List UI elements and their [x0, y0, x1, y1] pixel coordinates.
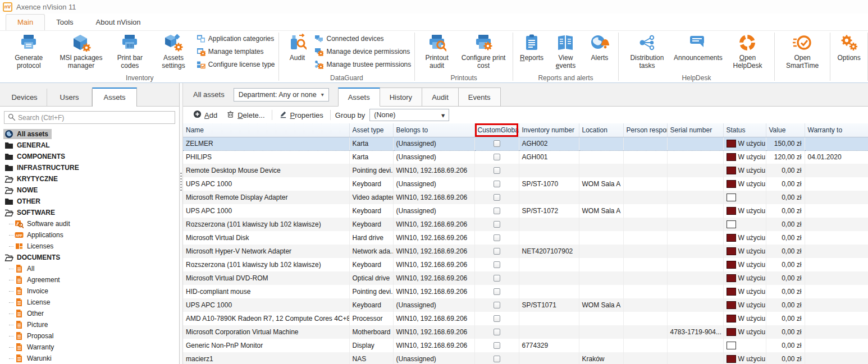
department-filter-dropdown[interactable]: Department: Any or none ▾	[234, 88, 329, 102]
table-row[interactable]: ZELMERKarta(Unassigned)AGH002W użyciu150…	[183, 137, 868, 150]
table-row[interactable]: UPS APC 1000Keyboard(Unassigned)SP/ST-10…	[183, 204, 868, 218]
customglobal-checkbox[interactable]	[494, 302, 500, 308]
ribbon-button-audit[interactable]: Audit	[281, 32, 313, 63]
ribbon-button-manage-templates[interactable]: Manage templates	[197, 47, 275, 56]
tab-events[interactable]: Events	[459, 87, 501, 107]
table-row[interactable]: Rozszerzona (101 klawiszy lub 102 klawis…	[183, 218, 868, 231]
sidebar-item-license[interactable]: License	[0, 297, 179, 308]
sidebar-tab-assets[interactable]: Assets	[92, 87, 137, 107]
sidebar-item-software[interactable]: SOFTWARE	[0, 207, 179, 218]
customglobal-checkbox[interactable]	[494, 248, 500, 255]
tab-audit[interactable]: Audit	[422, 87, 459, 107]
customglobal-checkbox[interactable]	[494, 221, 500, 228]
sidebar-item-picture[interactable]: Picture	[0, 319, 179, 330]
sidebar-item-other[interactable]: Other	[0, 308, 179, 319]
customglobal-checkbox[interactable]	[494, 167, 500, 174]
customglobal-checkbox[interactable]	[494, 275, 500, 282]
ribbon-button-application-categories[interactable]: Application categories	[197, 34, 275, 43]
table-row[interactable]: Microsoft Remote Display AdapterVideo ad…	[183, 191, 868, 204]
ribbon-button-distribution-tasks[interactable]: Distribution tasks	[621, 32, 673, 71]
column-header-asset-type[interactable]: Asset type	[349, 123, 393, 137]
menu-tab-main[interactable]: Main	[6, 14, 45, 30]
customglobal-checkbox[interactable]	[494, 234, 500, 241]
sidebar-item-other[interactable]: OTHER	[0, 196, 179, 207]
ribbon-button-configure-print-cost[interactable]: Configure print cost	[456, 32, 510, 71]
ribbon-button-reports[interactable]: Reports	[515, 32, 548, 63]
ribbon-button-configure-license-type[interactable]: Configure license type	[197, 60, 275, 69]
sidebar-item-warranty[interactable]: Warranty	[0, 342, 179, 353]
customglobal-checkbox[interactable]	[494, 181, 500, 187]
table-row[interactable]: Microsoft Virtual DVD-ROMOptical driveWI…	[183, 271, 868, 285]
table-row[interactable]: HID-compliant mousePointing devi...WIN10…	[183, 285, 868, 298]
ribbon-button-assets-settings[interactable]: Assets settings	[152, 32, 195, 71]
column-header-status[interactable]: Status	[723, 123, 766, 137]
column-header-value[interactable]: Value	[766, 123, 805, 137]
customglobal-checkbox[interactable]	[494, 261, 500, 268]
menu-tab-tools[interactable]: Tools	[45, 15, 84, 30]
table-row[interactable]: macierz1NAS(Unassigned)KrakówW użyciu0,0…	[183, 352, 868, 364]
customglobal-checkbox[interactable]	[494, 329, 500, 335]
column-header-person-respon[interactable]: Person respon	[623, 123, 667, 137]
table-row[interactable]: Microsoft Virtual DiskHard driveWIN10, 1…	[183, 231, 868, 245]
search-input[interactable]	[18, 114, 171, 122]
ribbon-button-msi-packages-manager[interactable]: MSI packages manager	[54, 32, 108, 71]
delete-button[interactable]: Delete...	[222, 108, 269, 122]
column-header-inventory-number[interactable]: Inventory number	[519, 123, 579, 137]
customglobal-checkbox[interactable]	[494, 208, 500, 214]
table-row[interactable]: UPS APC 1000Keyboard(Unassigned)SP/ST-10…	[183, 177, 868, 191]
sidebar-tab-devices[interactable]: Devices	[2, 89, 47, 106]
sidebar-item-software-audit[interactable]: ASoftware audit	[0, 218, 179, 229]
customglobal-checkbox[interactable]	[494, 194, 500, 201]
table-row[interactable]: Rozszerzona (101 klawiszy lub 102 klawis…	[183, 258, 868, 271]
ribbon-button-manage-trustee-permissions[interactable]: Manage trustee permissions	[314, 60, 411, 69]
sidebar-item-krytyczne[interactable]: KRYTYCZNE	[0, 173, 179, 185]
customglobal-checkbox[interactable]	[494, 140, 500, 147]
ribbon-button-open-smarttime[interactable]: Open SmartTime	[777, 32, 828, 71]
sidebar-item-all[interactable]: All	[0, 263, 179, 274]
column-header-belongs-to[interactable]: Belongs to	[393, 123, 474, 137]
sidebar-item-documents[interactable]: DOCUMENTS	[0, 252, 179, 263]
column-header-serial-number[interactable]: Serial number	[667, 123, 723, 137]
sidebar-item-all-assets[interactable]: All assets	[0, 128, 179, 140]
column-header-name[interactable]: Name	[183, 123, 349, 137]
column-header-customglobal[interactable]: CustomGlobal	[474, 123, 519, 137]
menu-tab-about-nvision[interactable]: About nVision	[85, 15, 152, 30]
ribbon-button-print-bar-codes[interactable]: Print bar codes	[108, 32, 152, 71]
customglobal-checkbox[interactable]	[494, 154, 500, 160]
sidebar-tab-users[interactable]: Users	[47, 89, 92, 106]
sidebar-item-infrastructure[interactable]: INFRASTRUCTURE	[0, 162, 179, 173]
ribbon-button-options[interactable]: Options	[833, 32, 865, 63]
sidebar-item-applications[interactable]: APPApplications	[0, 229, 179, 241]
customglobal-checkbox[interactable]	[494, 315, 500, 322]
table-row[interactable]: Generic Non-PnP MonitorDisplayWIN10, 192…	[183, 339, 868, 352]
customglobal-checkbox[interactable]	[494, 356, 500, 362]
ribbon-button-printout-audit[interactable]: Printout audit	[417, 32, 456, 71]
ribbon-button-manage-device-permissions[interactable]: Manage device permissions	[314, 47, 411, 56]
sidebar-item-warunki[interactable]: Warunki	[0, 353, 179, 364]
customglobal-checkbox[interactable]	[494, 342, 500, 349]
sidebar-item-proposal[interactable]: Proposal	[0, 330, 179, 342]
ribbon-button-connected-devices[interactable]: Connected devices	[314, 34, 411, 43]
sidebar-item-invoice[interactable]: Invoice	[0, 285, 179, 297]
customglobal-checkbox[interactable]	[494, 288, 500, 295]
ribbon-button-announcements[interactable]: Announcements	[673, 32, 723, 63]
sidebar-item-components[interactable]: COMPONENTS	[0, 151, 179, 162]
ribbon-button-view-events[interactable]: View events	[548, 32, 583, 71]
tab-assets[interactable]: Assets	[338, 87, 380, 107]
table-row[interactable]: Microsoft Hyper-V Network AdapterNetwork…	[183, 245, 868, 258]
sidebar-item-nowe[interactable]: NOWE	[0, 185, 179, 196]
table-row[interactable]: AMD A10-7890K Radeon R7, 12 Compute Core…	[183, 312, 868, 325]
tab-history[interactable]: History	[380, 87, 422, 107]
ribbon-button-generate-protocol[interactable]: Generate protocol	[3, 32, 54, 71]
sidebar-item-agreement[interactable]: Agreement	[0, 274, 179, 285]
group-by-dropdown[interactable]: (None) ▾	[369, 109, 449, 121]
table-row[interactable]: PHILIPSKarta(Unassigned)AGH001W użyciu12…	[183, 150, 868, 164]
sidebar-item-general[interactable]: GENERAL	[0, 140, 179, 151]
table-row[interactable]: Microsoft Corporation Virtual MachineMot…	[183, 325, 868, 339]
column-header-warranty-to[interactable]: Warranty to	[805, 123, 868, 137]
table-row[interactable]: UPS APC 1000Keyboard(Unassigned)SP/ST107…	[183, 298, 868, 312]
properties-button[interactable]: Properties	[275, 108, 328, 122]
column-header-location[interactable]: Location	[579, 123, 623, 137]
add-button[interactable]: Add	[189, 108, 222, 122]
ribbon-button-open-helpdesk[interactable]: Open HelpDesk	[723, 32, 772, 71]
